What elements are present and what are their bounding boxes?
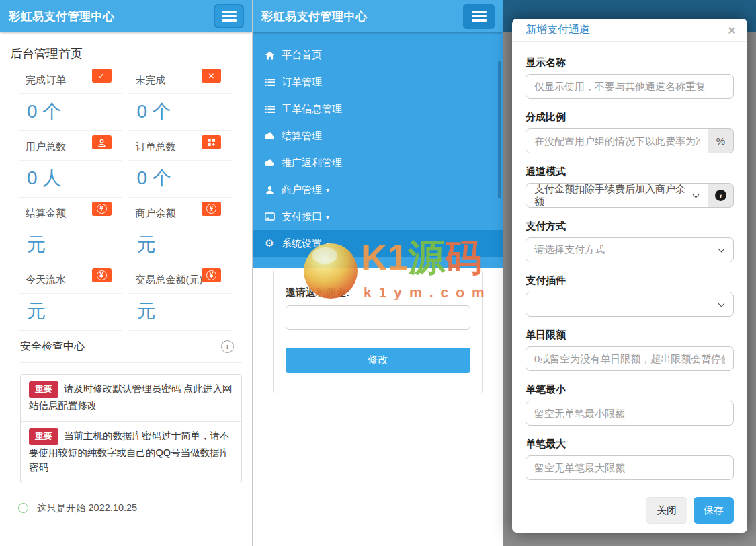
field-max-per-order: 单笔最大 [526, 438, 734, 480]
menu-toggle-icon[interactable] [463, 4, 495, 29]
menu-item-label: 系统设置 [282, 237, 322, 250]
field-min-per-order: 单笔最小 [526, 383, 734, 426]
stat-value: 0 人 [19, 160, 122, 197]
payment-plugin-select[interactable] [526, 292, 734, 317]
stat-value: 0 个 [19, 93, 122, 130]
info-icon[interactable]: i [221, 340, 234, 353]
field-label: 通道模式 [526, 165, 734, 178]
important-badge: 重要 [29, 428, 58, 445]
percent-addon: % [708, 128, 734, 153]
menu-item-system-settings[interactable]: ⚙ 系统设置 ▾ [253, 230, 503, 257]
security-check-title: 安全检查中心 [20, 340, 85, 354]
stat-card: 结算金额 ¥ 元 [19, 198, 122, 264]
warning-item[interactable]: 重要当前主机的数据库密码过于简单，请不要使用较短的纯数字或自己的QQ号当做数据库… [21, 422, 241, 483]
field-commission-rate: 分成比例 % [526, 111, 734, 153]
stat-value: 0 个 [129, 160, 233, 197]
left-panel: 彩虹易支付管理中心 后台管理首页 完成订单 ✓ 0 个 未完成 ✕ [0, 0, 252, 546]
rebate-settings-card: 邀请返利佣金: 修改 [273, 270, 483, 393]
left-body: 后台管理首页 完成订单 ✓ 0 个 未完成 ✕ 0 个 [0, 46, 252, 546]
modal-header: 新增支付通道 × [512, 19, 747, 42]
modal-footer: 关闭 保存 [512, 488, 747, 533]
field-label: 支付方式 [526, 220, 734, 233]
info-addon[interactable]: i [708, 183, 734, 208]
menu-toggle-icon[interactable] [214, 4, 244, 28]
menu-item-payment-api[interactable]: 支付接口 ▾ [253, 203, 503, 230]
channel-mode-select[interactable]: 支付金额扣除手续费后加入商户余额 [526, 183, 708, 208]
field-payment-method: 支付方式 请选择支付方式 [526, 220, 734, 262]
stat-card: 今天流水 ¥ 元 [19, 264, 122, 331]
close-icon[interactable]: × [728, 24, 736, 37]
close-button[interactable]: 关闭 [646, 497, 687, 524]
field-display-name: 显示名称 [526, 56, 734, 99]
stat-value: 元 [129, 227, 233, 264]
stat-card: 未完成 ✕ 0 个 [129, 65, 233, 131]
payment-method-select[interactable]: 请选择支付方式 [526, 237, 734, 262]
yen-icon: ¥ [92, 268, 112, 282]
yen-icon: ¥ [202, 268, 221, 282]
stat-value: 0 个 [129, 93, 233, 130]
stat-label: 今天流水 [26, 274, 66, 285]
security-warning-list: 重要请及时修改默认管理员密码 点此进入网站信息配置修改 重要当前主机的数据库密码… [20, 374, 242, 483]
stat-value: 元 [129, 293, 233, 330]
stat-card: 完成订单 ✓ 0 个 [19, 65, 122, 131]
field-label: 分成比例 [526, 111, 734, 124]
menu-item-home[interactable]: 平台首页 [253, 42, 503, 69]
chevron-down-icon [718, 246, 725, 253]
stat-label: 商户余额 [136, 207, 176, 219]
stat-label: 用户总数 [26, 141, 66, 152]
min-per-order-input[interactable] [526, 401, 734, 426]
cloud-icon [263, 159, 276, 167]
check-icon: ✓ [92, 69, 112, 83]
middle-content: 邀请返利佣金: 修改 [253, 268, 503, 546]
left-header: 彩虹易支付管理中心 [0, 0, 252, 32]
menu-item-orders[interactable]: 订单管理 [253, 69, 503, 95]
stats-grid: 完成订单 ✓ 0 个 未完成 ✕ 0 个 用户总数 [19, 65, 232, 331]
stat-value: 元 [19, 293, 122, 330]
app-title: 彩虹易支付管理中心 [9, 9, 115, 24]
selected-value: 支付金额扣除手续费后加入商户余额 [534, 183, 686, 208]
warning-text: 请及时修改默认管理员密码 点此进入网站信息配置修改 [29, 383, 233, 411]
commission-rate-input[interactable] [526, 128, 708, 153]
stat-label: 结算金额 [26, 207, 66, 219]
list-icon [263, 78, 276, 87]
app-title: 彩虹易支付管理中心 [261, 9, 368, 24]
screen: 彩虹易支付管理中心 后台管理首页 完成订单 ✓ 0 个 未完成 ✕ [0, 0, 756, 546]
field-label: 单日限额 [526, 329, 734, 342]
field-label: 单笔最小 [526, 383, 734, 396]
menu-item-tickets[interactable]: 工单信息管理 [253, 95, 503, 122]
warning-item[interactable]: 重要请及时修改默认管理员密码 点此进入网站信息配置修改 [21, 375, 241, 422]
grid-icon [202, 135, 221, 149]
chevron-down-icon [718, 301, 725, 307]
stat-card: 交易总金额(元) ¥ 元 [129, 264, 233, 331]
field-daily-limit: 单日限额 [526, 329, 734, 371]
save-button[interactable]: 保存 [694, 497, 734, 524]
rebate-commission-label: 邀请返利佣金: [286, 286, 470, 299]
rebate-commission-input[interactable] [286, 305, 470, 330]
menu-item-label: 订单管理 [282, 76, 322, 89]
menu-item-label: 支付接口 [282, 210, 322, 223]
cloud-icon [263, 132, 276, 140]
menu-item-merchants[interactable]: 商户管理 ▾ [253, 176, 503, 203]
field-label: 单笔最大 [526, 438, 734, 451]
info-circle-icon: i [715, 190, 726, 201]
daily-limit-input[interactable] [526, 346, 734, 371]
scrollbar-thumb[interactable] [498, 61, 501, 198]
add-payment-channel-modal: 新增支付通道 × 显示名称 分成比例 % 通道模式 [512, 19, 747, 533]
modal-title: 新增支付通道 [526, 23, 590, 37]
status-dot-icon [18, 503, 28, 513]
changelog-text: 这只是开始 2022.10.25 [37, 502, 137, 514]
yen-icon: ¥ [92, 202, 112, 216]
modify-button[interactable]: 修改 [286, 348, 470, 373]
stat-label: 完成订单 [26, 74, 66, 85]
middle-panel: 彩虹易支付管理中心 平台首页 订单管理 工单信息管理 [252, 0, 503, 546]
list-icon [263, 105, 276, 114]
max-per-order-input[interactable] [526, 455, 734, 480]
menu-item-rebate[interactable]: 推广返利管理 [253, 149, 503, 176]
stat-label: 未完成 [136, 74, 166, 85]
chevron-down-icon: ▾ [326, 240, 329, 247]
security-check-row: 安全检查中心 i [20, 331, 242, 363]
display-name-input[interactable] [526, 74, 734, 99]
modal-body: 显示名称 分成比例 % 通道模式 支付金额扣除手续费后加入商户余额 [512, 42, 747, 488]
menu-item-settlement[interactable]: 结算管理 [253, 122, 503, 149]
important-badge: 重要 [29, 381, 58, 398]
